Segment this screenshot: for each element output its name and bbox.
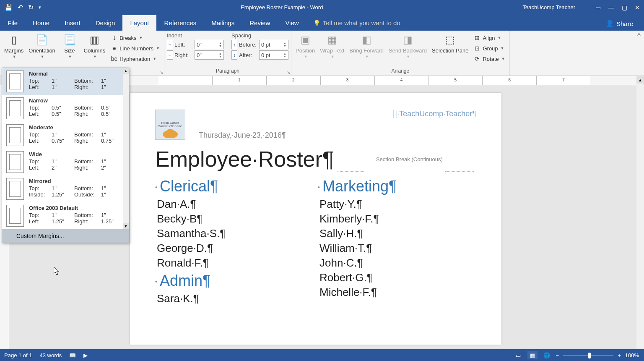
- chevron-down-icon: ▼: [41, 55, 44, 59]
- ribbon-display-icon[interactable]: ▭: [595, 4, 601, 11]
- list-item: Ronald·F.¶: [155, 256, 314, 269]
- scroll-up-icon[interactable]: ▲: [636, 76, 644, 84]
- chevron-down-icon: ▼: [93, 55, 97, 59]
- web-layout-icon[interactable]: 🌐: [542, 351, 552, 359]
- scroll-up-icon[interactable]: ▲: [123, 68, 129, 74]
- custom-margins-button[interactable]: Custom Margins...: [2, 229, 129, 243]
- wrap-text-button: ▦Wrap Text▼: [318, 32, 346, 60]
- margin-preset-icon: [6, 205, 24, 227]
- margin-preset-icon: [6, 124, 24, 146]
- list-item: Patty·Y.¶: [318, 198, 476, 211]
- breaks-button[interactable]: ⤵Breaks▼: [109, 33, 161, 42]
- space-after-input[interactable]: 0 pt▲▼: [259, 50, 288, 60]
- orientation-icon: 📄: [35, 33, 49, 47]
- horizontal-ruler[interactable]: 1 2 3 4 5 6 7: [112, 76, 636, 85]
- word-count[interactable]: 43 words: [40, 352, 62, 358]
- line-numbers-button[interactable]: ≡Line Numbers▼: [109, 44, 161, 53]
- document-date: Thursday,·June·23,·2016¶: [199, 131, 286, 140]
- hyphenation-button[interactable]: bcHyphenation▼: [109, 54, 161, 63]
- share-label: Share: [616, 20, 633, 27]
- position-icon: ▣: [299, 33, 312, 47]
- tab-insert[interactable]: Insert: [57, 15, 88, 31]
- tell-me-search[interactable]: 💡 Tell me what you want to do: [306, 15, 599, 31]
- orientation-label: Orientation: [29, 47, 55, 54]
- send-backward-button: ◨Send Backward▼: [387, 32, 428, 60]
- indent-left-label: Left:: [174, 42, 193, 48]
- read-mode-icon[interactable]: ▭: [513, 351, 523, 359]
- spacing-label: Spacing: [231, 32, 288, 39]
- zoom-in-button[interactable]: +: [618, 352, 621, 358]
- selection-pane-icon: ⬚: [444, 33, 457, 47]
- margin-preset-moderate[interactable]: Moderate Top:1"Bottom:1" Left:0.75"Right…: [2, 122, 123, 149]
- margin-preset-wide[interactable]: Wide Top:1"Bottom:1" Left:2"Right:2": [2, 149, 123, 175]
- tab-design[interactable]: Design: [88, 15, 123, 31]
- document-page[interactable]: Rock Castle Construction Inc. Thursday,·…: [130, 93, 501, 345]
- columns-button[interactable]: ▥ Columns ▼: [82, 32, 107, 60]
- selection-pane-button[interactable]: ⬚Selection Pane: [430, 32, 470, 55]
- space-before-icon: ↕: [231, 40, 237, 49]
- indent-right-input[interactable]: 0"▲▼: [195, 50, 224, 60]
- tab-mailings[interactable]: Mailings: [204, 15, 242, 31]
- tab-layout[interactable]: Layout: [122, 15, 156, 31]
- tab-file[interactable]: File: [0, 15, 25, 31]
- margin-preset-icon: [6, 151, 24, 173]
- mouse-cursor: [54, 267, 61, 278]
- tab-review[interactable]: Review: [242, 15, 278, 31]
- print-layout-icon[interactable]: ▦: [527, 351, 538, 359]
- size-label: Size: [64, 47, 75, 54]
- tab-references[interactable]: References: [156, 15, 204, 31]
- list-item: Sally·H.¶: [318, 227, 476, 240]
- indent-right-label: Right:: [174, 52, 193, 58]
- group-arrange: ▣Position▼ ▦Wrap Text▼ ◧Bring Forward▼ ◨…: [291, 31, 510, 76]
- space-before-input[interactable]: 0 pt▲▼: [259, 40, 288, 49]
- heading-clerical: Clerical¶: [155, 178, 314, 195]
- margin-preset-office-2003-default[interactable]: Office 2003 Default Top:1"Bottom:1" Left…: [2, 202, 123, 229]
- share-button[interactable]: 👤 Share: [599, 16, 640, 31]
- page-setup-launcher[interactable]: ↘: [160, 70, 163, 75]
- save-icon[interactable]: 💾: [4, 3, 13, 11]
- tab-view[interactable]: View: [278, 15, 306, 31]
- bring-forward-button: ◧Bring Forward▼: [348, 32, 385, 60]
- close-icon[interactable]: ✕: [635, 4, 640, 11]
- paragraph-launcher[interactable]: ↘: [287, 70, 290, 75]
- logo-image: Rock Castle Construction Inc.: [155, 110, 185, 140]
- chevron-down-icon: ▼: [68, 55, 72, 59]
- user-name[interactable]: TeachUcomp Teacher: [523, 4, 576, 10]
- page-indicator[interactable]: Page 1 of 1: [4, 352, 32, 358]
- orientation-button[interactable]: 📄 Orientation ▼: [27, 32, 57, 60]
- indent-right-icon: ←: [167, 50, 173, 60]
- zoom-slider[interactable]: [563, 355, 613, 356]
- maximize-icon[interactable]: ▢: [622, 4, 627, 11]
- space-after-icon: ↕: [231, 50, 237, 60]
- margins-button[interactable]: ▯ Margins ▼: [3, 32, 25, 60]
- macro-icon[interactable]: ▶: [83, 352, 88, 358]
- margin-preset-normal[interactable]: Normal Top:1"Bottom:1" Left:1"Right:1": [2, 68, 123, 95]
- list-item: William·T.¶: [318, 242, 476, 255]
- scroll-down-icon[interactable]: ▼: [123, 223, 129, 229]
- undo-icon[interactable]: ↶: [18, 3, 23, 11]
- margin-preset-narrow[interactable]: Narrow Top:0.5"Bottom:0.5" Left:0.5"Righ…: [2, 95, 123, 122]
- align-button[interactable]: ⊞Align▼: [472, 33, 506, 42]
- indent-left-icon: →: [167, 40, 173, 49]
- minimize-icon[interactable]: —: [608, 4, 614, 11]
- wrap-text-icon: ▦: [325, 33, 339, 47]
- list-item: George·D.¶: [155, 242, 314, 255]
- margins-scrollbar[interactable]: ▲ ▼: [123, 68, 129, 229]
- tell-me-placeholder: Tell me what you want to do: [323, 19, 400, 26]
- collapse-ribbon-icon[interactable]: ^: [634, 31, 644, 76]
- redo-icon[interactable]: ↻: [28, 3, 34, 11]
- list-item: Sara·K.¶: [155, 292, 314, 305]
- margin-preset-mirrored[interactable]: Mirrored Top:1"Bottom:1" Inside:1.25"Out…: [2, 175, 123, 202]
- size-button[interactable]: 📃 Size ▼: [59, 32, 80, 60]
- tab-home[interactable]: Home: [25, 15, 57, 31]
- indent-left-input[interactable]: 0"▲▼: [195, 40, 224, 49]
- share-icon: 👤: [606, 20, 614, 27]
- zoom-level[interactable]: 100%: [625, 352, 639, 358]
- breaks-icon: ⤵: [110, 34, 118, 42]
- margins-label: Margins: [4, 47, 23, 54]
- spellcheck-icon[interactable]: 📖: [69, 352, 76, 358]
- vertical-scrollbar[interactable]: ▲: [636, 76, 644, 349]
- align-icon: ⊞: [473, 34, 481, 42]
- zoom-out-button[interactable]: −: [556, 352, 559, 358]
- columns-label: Columns: [84, 47, 105, 54]
